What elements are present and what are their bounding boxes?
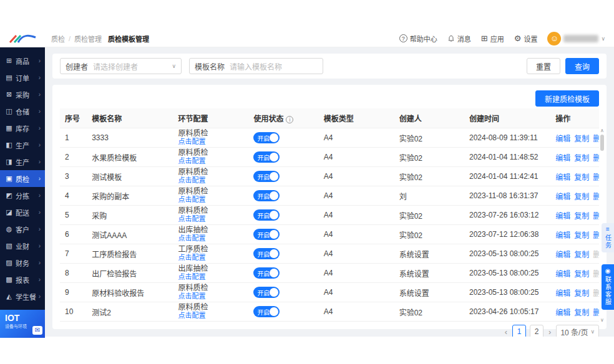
sidebar-item-customers[interactable]: ◍客户› [0,221,45,237]
page-size-select[interactable]: 10 条/页 ∨ [556,325,599,337]
edit-link[interactable]: 编辑 [555,270,570,279]
reset-button[interactable]: 重置 [527,58,560,74]
toggle-knob [270,153,278,161]
contact-support-tab[interactable]: ◉ 联系客服 [602,264,614,310]
configure-link[interactable]: 点击配置 [178,196,243,204]
edit-link[interactable]: 编辑 [555,193,570,201]
template-type-cell: A4 [319,283,394,302]
delete-link[interactable]: 删除 [593,173,599,182]
copy-link[interactable]: 复制 [574,270,589,279]
settings-button[interactable]: ⚙ 设置 [514,34,538,44]
edit-link[interactable]: 编辑 [555,154,570,163]
created-time-cell: 2023-05-13 08:00:25 [464,283,550,302]
copy-link[interactable]: 复制 [574,231,589,240]
configure-link[interactable]: 点击配置 [178,254,243,262]
delete-link[interactable]: 删除 [593,193,599,201]
copy-link[interactable]: 复制 [574,154,589,163]
edit-link[interactable]: 编辑 [555,135,570,143]
configure-link[interactable]: 点击配置 [178,312,243,320]
help-center-button[interactable]: ? 帮助中心 [399,34,437,44]
copy-link[interactable]: 复制 [574,212,589,221]
scroll-down-icon[interactable]: ∨ [600,318,604,323]
copy-link[interactable]: 复制 [574,309,589,317]
edit-link[interactable]: 编辑 [555,289,570,298]
status-toggle[interactable]: 开启 [253,267,280,279]
created-time-cell: 2023-07-26 16:03:12 [464,206,550,225]
user-menu[interactable]: ☺ ∨ [547,32,605,46]
toggle-knob [270,249,278,258]
configure-link[interactable]: 点击配置 [178,273,243,281]
sidebar-item-delivery[interactable]: ◪配送› [0,204,45,221]
sidebar-item-inventory[interactable]: ▦库存› [0,120,45,136]
new-template-button[interactable]: 新建质检模板 [535,90,599,107]
status-cell: 开启 [248,283,318,302]
delete-link[interactable]: 删除 [593,309,599,317]
delete-link: 删除 [593,251,599,259]
copy-link[interactable]: 复制 [574,251,589,259]
toggle-on-label: 开启 [257,288,270,297]
page-button-2[interactable]: 2 [530,325,543,337]
tasks-panel-tab[interactable]: ≡ 任务 [602,223,614,252]
sidebar-item-quality[interactable]: ▣质检› [0,170,45,187]
prev-page-button[interactable]: ‹ [504,327,509,337]
table-row: 4采购的副本原料质检点击配置开启A4刘2023-11-08 16:31:37编辑… [60,186,599,206]
stage-name: 原料质检 [178,304,243,312]
template-name-cell: 测试模板 [87,167,173,186]
breadcrumb-sub[interactable]: 质检管理 [74,34,102,44]
configure-link[interactable]: 点击配置 [178,176,243,184]
status-toggle[interactable]: 开启 [253,132,280,143]
creator-cell: 刘 [394,186,464,206]
sidebar-item-reports[interactable]: ▩报表› [0,271,45,288]
search-button[interactable]: 查询 [565,58,599,74]
delete-link[interactable]: 删除 [593,231,599,240]
template-name-input[interactable]: 模板名称 请输入模板名称 [189,58,323,74]
scrollbar-thumb[interactable] [600,135,604,151]
status-toggle[interactable]: 开启 [253,229,280,240]
apps-button[interactable]: ⊞ 应用 [481,34,504,44]
edit-link[interactable]: 编辑 [555,173,570,182]
sidebar-item-student-meals[interactable]: ◭学生餐› [0,288,45,305]
edit-link[interactable]: 编辑 [555,231,570,240]
breadcrumb-section[interactable]: 质检 [51,34,65,44]
stage-name: 原料质检 [178,130,243,138]
sidebar-item-purchase[interactable]: ⊠采购› [0,86,45,103]
configure-link[interactable]: 点击配置 [178,234,243,242]
delete-link[interactable]: 删除 [593,154,599,163]
status-toggle[interactable]: 开启 [253,171,280,182]
creator-select[interactable]: 创建者 请选择创建者 ∨ [60,58,182,74]
copy-link[interactable]: 复制 [574,135,589,143]
status-toggle[interactable]: 开启 [253,151,280,163]
configure-link[interactable]: 点击配置 [178,215,243,223]
page-button-1[interactable]: 1 [512,325,526,337]
created-time-cell: 2023-07-12 12:06:38 [464,225,550,244]
delete-link[interactable]: 删除 [593,212,599,221]
sidebar-item-finance[interactable]: ▨财务› [0,254,45,271]
configure-link[interactable]: 点击配置 [178,157,243,165]
sidebar-item-production[interactable]: ◧生产› [0,136,45,153]
sidebar-item-production2[interactable]: ◨生产› [0,153,45,170]
copy-link[interactable]: 复制 [574,289,589,298]
copy-link[interactable]: 复制 [574,173,589,182]
sidebar-item-biz-finance[interactable]: ▧业财› [0,237,45,254]
column-header-1: 模板名称 [87,108,173,128]
messages-button[interactable]: 消息 [447,34,471,44]
status-toggle[interactable]: 开启 [253,209,280,221]
status-toggle[interactable]: 开启 [253,287,280,298]
sidebar-item-goods[interactable]: ⊞商品› [0,52,45,69]
copy-link[interactable]: 复制 [574,193,589,201]
configure-link[interactable]: 点击配置 [178,292,243,300]
configure-link[interactable]: 点击配置 [178,138,243,146]
delete-link[interactable]: 删除 [593,135,599,143]
status-toggle[interactable]: 开启 [253,306,280,317]
status-toggle[interactable]: 开启 [253,190,280,201]
next-page-button[interactable]: › [547,327,552,337]
sidebar-item-warehouse[interactable]: ◫仓储› [0,103,45,120]
row-index-cell: 5 [60,206,87,225]
status-toggle[interactable]: 开启 [253,248,280,259]
sidebar-item-sorting[interactable]: ◩分拣› [0,187,45,204]
edit-link[interactable]: 编辑 [555,309,570,317]
sidebar-item-orders[interactable]: ▤订单› [0,69,45,86]
scroll-up-icon[interactable]: ∧ [600,128,604,133]
edit-link[interactable]: 编辑 [555,251,570,259]
edit-link[interactable]: 编辑 [555,212,570,221]
